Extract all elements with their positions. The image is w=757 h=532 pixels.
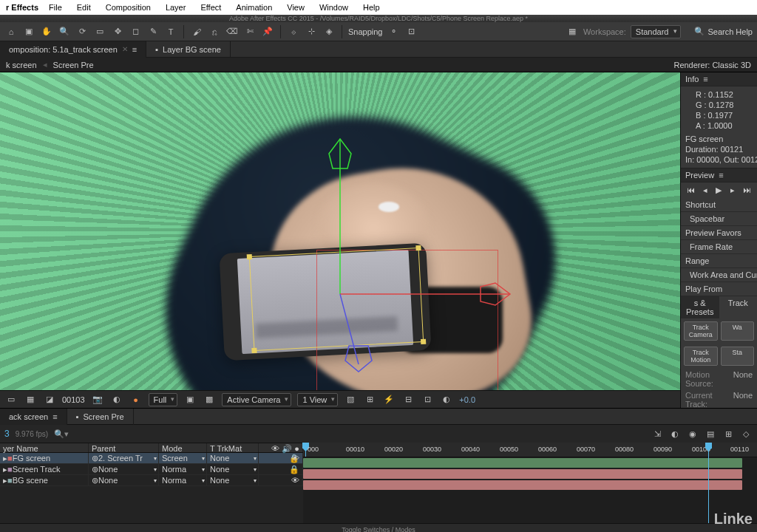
trkmat-dropdown[interactable]: None bbox=[207, 475, 259, 485]
handle-bl[interactable] bbox=[251, 348, 257, 353]
frame-blend-icon[interactable]: ◐ bbox=[668, 427, 682, 440]
timeline-icon[interactable]: ⊟ bbox=[401, 393, 415, 406]
exposure-value[interactable]: +0.0 bbox=[459, 395, 475, 404]
menu-effect[interactable]: Effect bbox=[193, 3, 228, 12]
layer-row-screen-track[interactable]: ▸ ■ Screen Track ⊚ None Norma None 🔒 bbox=[0, 464, 303, 475]
preview-favors-value[interactable]: Frame Rate bbox=[681, 240, 757, 254]
grid-icon[interactable]: ▦ bbox=[24, 393, 37, 406]
eraser-tool-icon[interactable]: ⌫ bbox=[225, 25, 239, 38]
handle-tl[interactable] bbox=[247, 254, 252, 259]
composition-viewport[interactable]: ▭ ▦ ◪ 00103 📷 ◐ ● Full ▣ ▩ Active Camera… bbox=[0, 72, 680, 408]
next-frame-icon[interactable]: ▸ bbox=[730, 185, 735, 195]
layer-row-bg-scene[interactable]: ▸ ■ BG scene ⊚ None Norma None 👁 bbox=[0, 475, 303, 486]
pixel-aspect-icon[interactable]: ⊞ bbox=[363, 393, 376, 406]
track-motion-button[interactable]: Track Motion bbox=[684, 347, 718, 366]
roi-icon[interactable]: ▣ bbox=[183, 393, 197, 406]
timeline-search-icon[interactable]: 🔍▾ bbox=[54, 429, 69, 439]
tab-menu-icon[interactable]: ≡ bbox=[52, 412, 57, 421]
layer-color-icon[interactable]: ■ bbox=[7, 476, 13, 485]
menu-animation[interactable]: Animation bbox=[228, 3, 279, 12]
layer-row-fg-screen[interactable]: ▸ ■ FG screen ⊚ 2. Screen Tr Screen None… bbox=[0, 453, 303, 464]
current-time[interactable]: 3 bbox=[4, 429, 10, 439]
tab-effects-presets[interactable]: s & Presets bbox=[681, 296, 719, 318]
last-frame-icon[interactable]: ⏭ bbox=[743, 185, 751, 195]
handle-br[interactable] bbox=[421, 339, 426, 344]
preview-range-value[interactable]: Work Area and Curre bbox=[681, 268, 757, 282]
parent-dropdown[interactable]: ⊚ None bbox=[89, 475, 159, 485]
panel-menu-icon[interactable]: ≡ bbox=[703, 75, 707, 83]
axis-local-icon[interactable]: ⟐ bbox=[287, 25, 300, 38]
menu-edit[interactable]: Edit bbox=[69, 3, 98, 12]
motion-blur-icon[interactable]: ◉ bbox=[686, 427, 699, 440]
layer-bounding-box[interactable] bbox=[249, 248, 424, 351]
exposure-reset-icon[interactable]: ◐ bbox=[440, 393, 453, 406]
workspace-dropdown[interactable]: Standard bbox=[631, 25, 682, 38]
menu-window[interactable]: Window bbox=[312, 3, 356, 12]
parent-dropdown[interactable]: ⊚ 2. Screen Tr bbox=[89, 453, 159, 463]
layer-color-icon[interactable]: ■ bbox=[7, 454, 13, 463]
breadcrumb-item[interactable]: k screen bbox=[0, 61, 43, 69]
track-camera-button[interactable]: Track Camera bbox=[684, 321, 718, 341]
layer-switches[interactable]: 🔒 bbox=[259, 464, 303, 474]
workspace-icon[interactable]: ▦ bbox=[566, 25, 579, 38]
brainstorm-icon[interactable]: ⊞ bbox=[722, 427, 735, 440]
clone-tool-icon[interactable]: ⎌ bbox=[208, 25, 221, 38]
resolution-dropdown[interactable]: Full bbox=[149, 393, 178, 406]
tab-menu-icon[interactable]: ≡ bbox=[132, 45, 137, 54]
snap-opt-icon[interactable]: ⚬ bbox=[387, 25, 401, 38]
menu-file[interactable]: File bbox=[41, 3, 69, 12]
current-frame[interactable]: 00103 bbox=[62, 395, 85, 404]
tab-tracker[interactable]: Track bbox=[719, 296, 758, 318]
prev-frame-icon[interactable]: ◂ bbox=[703, 185, 707, 195]
axis-world-icon[interactable]: ⊹ bbox=[305, 25, 318, 38]
view-opt-icon[interactable]: ▧ bbox=[344, 393, 357, 406]
roto-tool-icon[interactable]: ✄ bbox=[243, 25, 257, 38]
parent-dropdown[interactable]: ⊚ None bbox=[89, 464, 159, 474]
track-bar-screen-track[interactable] bbox=[303, 469, 742, 479]
trkmat-dropdown[interactable]: None bbox=[207, 464, 259, 474]
axis-view-icon[interactable]: ◈ bbox=[322, 25, 336, 38]
timeline-tracks[interactable]: 0000001000020000300004000050000600007000… bbox=[303, 443, 757, 523]
preview-panel-header[interactable]: Preview≡ bbox=[681, 168, 757, 183]
pen-tool-icon[interactable]: ✎ bbox=[146, 25, 160, 38]
preview-shortcut-value[interactable]: Spacebar bbox=[681, 212, 757, 226]
track-bar-bg[interactable] bbox=[303, 480, 742, 490]
time-ruler[interactable]: 0000001000020000300004000050000600007000… bbox=[303, 443, 757, 457]
warp-stabilizer-button[interactable]: Wa bbox=[721, 321, 755, 341]
rotate-tool-icon[interactable]: ⟳ bbox=[75, 25, 89, 38]
brush-tool-icon[interactable]: 🖌 bbox=[190, 25, 203, 38]
search-help[interactable]: 🔍 Search Help bbox=[694, 27, 753, 36]
panel-menu-icon[interactable]: ≡ bbox=[719, 171, 723, 180]
channel-icon[interactable]: ◐ bbox=[110, 393, 123, 406]
zoom-tool-icon[interactable]: 🔍 bbox=[58, 25, 71, 38]
menu-help[interactable]: Help bbox=[356, 3, 387, 12]
menu-layer[interactable]: Layer bbox=[158, 3, 194, 12]
shy-icon[interactable]: ⇲ bbox=[651, 427, 664, 440]
transparency-icon[interactable]: ▩ bbox=[203, 393, 216, 406]
snapping-toggle[interactable]: Snapping bbox=[348, 27, 383, 36]
trkmat-dropdown[interactable]: None bbox=[207, 453, 259, 463]
timeline-tab-track-screen[interactable]: ack screen ≡ bbox=[0, 409, 67, 425]
selection-tool-icon[interactable]: ▣ bbox=[22, 25, 35, 38]
tab-close-icon[interactable]: ✕ bbox=[122, 45, 128, 53]
mode-dropdown[interactable]: Norma bbox=[159, 464, 207, 474]
hand-tool-icon[interactable]: ✋ bbox=[40, 25, 53, 38]
flowchart-icon[interactable]: ⊡ bbox=[421, 393, 434, 406]
mask-tool-icon[interactable]: ◻ bbox=[129, 25, 142, 38]
stabilize-motion-button[interactable]: Sta bbox=[721, 347, 755, 366]
home-tool-icon[interactable]: ⌂ bbox=[4, 25, 18, 38]
playhead-start[interactable] bbox=[305, 443, 306, 457]
comp-tab-track-screen[interactable]: omposition: 5.1a_track screen ✕ ≡ bbox=[0, 41, 146, 58]
snapshot-icon[interactable]: 📷 bbox=[91, 393, 104, 406]
comp-tab-layer-bg[interactable]: ▪ Layer BG scene bbox=[146, 41, 231, 58]
playhead-current[interactable] bbox=[708, 443, 709, 523]
info-panel-header[interactable]: Info≡ bbox=[681, 72, 757, 86]
menu-composition[interactable]: Composition bbox=[98, 3, 158, 12]
layer-switches[interactable]: 👁 bbox=[259, 475, 303, 485]
camera-tool-icon[interactable]: ▭ bbox=[93, 25, 106, 38]
track-bar-fg[interactable] bbox=[303, 458, 742, 468]
breadcrumb-item[interactable]: Screen Pre bbox=[47, 61, 100, 69]
graph-editor-icon[interactable]: ▤ bbox=[704, 427, 717, 440]
play-icon[interactable]: ▶ bbox=[716, 185, 722, 195]
motion-source-dropdown[interactable]: None bbox=[733, 370, 753, 388]
